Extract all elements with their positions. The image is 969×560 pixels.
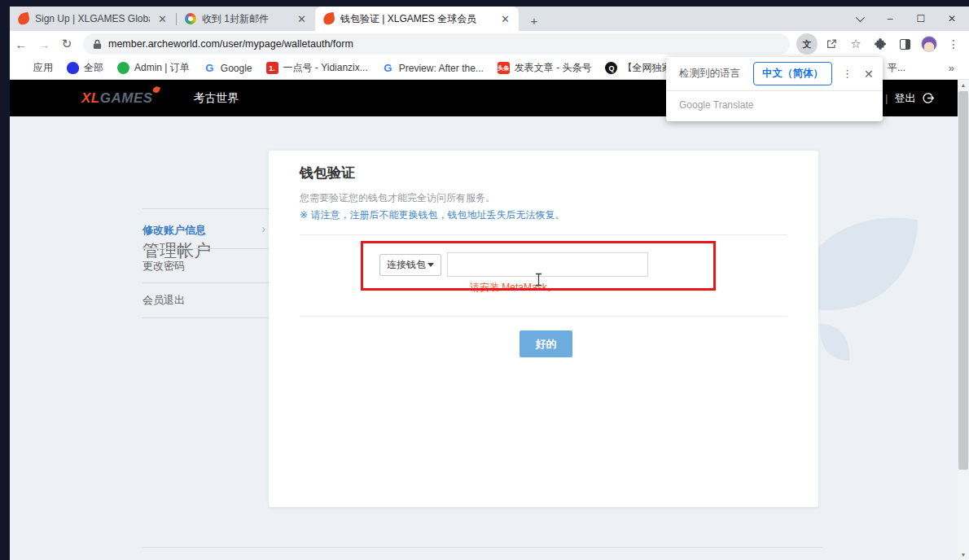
apps-grid-icon	[16, 62, 28, 74]
metamask-warning: 请安装 MetaMask。	[470, 281, 557, 295]
scroll-down-icon[interactable]: ▼	[958, 549, 969, 560]
bookmark-toutiao[interactable]: 头条发表文章 - 头条号	[498, 61, 592, 75]
tab-title: 钱包验证 | XLGAMES 全球会员	[340, 12, 493, 26]
browser-window: Sign Up | XLGAMES Global me ✕ 收到 1封新邮件 ✕…	[10, 7, 969, 560]
reload-button[interactable]: ↻	[55, 37, 78, 51]
address-bar[interactable]: member.archeworld.com/user/mypage/wallet…	[83, 33, 790, 55]
close-window-button[interactable]: ✕	[936, 7, 967, 31]
chevron-down-icon	[428, 263, 434, 267]
logo-spark-icon	[151, 85, 160, 93]
logout-link[interactable]: 登出	[894, 91, 915, 106]
share-icon[interactable]	[821, 33, 842, 55]
scroll-up-icon[interactable]: ▲	[958, 80, 969, 90]
tab-mail[interactable]: 收到 1封新邮件 ✕	[177, 7, 315, 31]
logout-icon[interactable]	[922, 92, 934, 104]
wallet-address-input[interactable]	[447, 252, 648, 277]
window-controls: – ☐ ✕	[844, 7, 967, 31]
toolbar-icons: 文 ☆ ⋮	[796, 33, 964, 55]
bookmarks-overflow-icon[interactable]: »	[949, 62, 954, 74]
translate-options-icon[interactable]: ⋮	[842, 68, 853, 80]
page-viewport: XLGAMES 考古世界 | 登出 管理帐户 修改账户信息 › 更改密码 会员退…	[10, 80, 969, 560]
back-button[interactable]: ←	[10, 37, 33, 51]
chevron-right-icon: ›	[261, 222, 265, 235]
footer-divider	[142, 547, 822, 548]
page-scrollbar[interactable]: ▲ ▼	[958, 80, 969, 560]
tab-bar: Sign Up | XLGAMES Global me ✕ 收到 1封新邮件 ✕…	[10, 7, 969, 31]
sidebar-item-change-password[interactable]: 更改密码	[142, 259, 269, 273]
page-title: 钱包验证	[300, 164, 355, 182]
google-translate-popup: 检测到的语言 中文（简体） ⋮ ✕ Google Translate	[666, 57, 883, 121]
chrome-menu-icon[interactable]: ⋮	[943, 33, 964, 55]
mail-favicon-icon	[185, 13, 196, 24]
divider	[142, 317, 269, 318]
bookmark-baidu[interactable]: 全部	[67, 61, 103, 75]
nav-archeworld[interactable]: 考古世界	[194, 91, 239, 106]
extensions-puzzle-icon[interactable]	[870, 33, 891, 55]
tab-close-icon[interactable]: ✕	[295, 13, 309, 25]
lock-icon	[93, 39, 102, 50]
sidebar-item-member-exit[interactable]: 会员退出	[142, 293, 269, 308]
tab-title: Sign Up | XLGAMES Global me	[35, 13, 150, 24]
sidebar-item-edit-account[interactable]: 修改账户信息 ›	[142, 223, 269, 238]
q-circle-icon: Q	[605, 62, 617, 74]
bookmark-partial[interactable]: 平...	[888, 61, 905, 75]
connect-wallet-select[interactable]: 连接钱包	[379, 254, 441, 276]
tab-signup[interactable]: Sign Up | XLGAMES Global me ✕	[10, 7, 176, 31]
divider	[142, 282, 269, 283]
xlgames-logo[interactable]: XLGAMES	[81, 90, 153, 107]
reading-list-icon[interactable]	[894, 33, 915, 55]
google-g-icon: G	[382, 62, 394, 74]
scrollbar-thumb[interactable]	[958, 91, 968, 470]
translate-close-icon[interactable]: ✕	[864, 68, 874, 81]
wallet-auth-card: 钱包验证 您需要验证您的钱包才能完全访问所有服务。 ※ 请注意，注册后不能更换钱…	[269, 151, 818, 507]
yidian-icon: 1.	[266, 62, 278, 74]
bookmark-google[interactable]: GGoogle	[204, 62, 252, 74]
ok-button[interactable]: 好的	[520, 330, 572, 357]
admin-icon	[117, 62, 129, 74]
translate-icon[interactable]: 文	[796, 33, 818, 55]
detected-language-tab[interactable]: 检测到的语言	[674, 67, 745, 81]
target-language-tab[interactable]: 中文（简体）	[753, 62, 832, 85]
divider	[142, 208, 269, 209]
header-divider: |	[885, 92, 888, 104]
bookmark-star-icon[interactable]: ☆	[845, 33, 866, 55]
wallet-description: 您需要验证您的钱包才能完全访问所有服务。	[300, 191, 495, 205]
baidu-paw-icon	[67, 62, 79, 74]
bookmark-admin[interactable]: Admin | 订单	[117, 61, 190, 75]
minimize-button[interactable]: –	[875, 7, 905, 31]
translate-popup-footer: Google Translate	[666, 91, 883, 111]
text-cursor-icon	[535, 273, 542, 287]
bookmark-preview[interactable]: GPreview: After the...	[382, 62, 484, 74]
tab-wallet-auth-active[interactable]: 钱包验证 | XLGAMES 全球会员 ✕	[315, 7, 519, 31]
bookmark-yidian[interactable]: 1.一点号 - Yidianzix...	[266, 61, 368, 75]
browser-toolbar: ← → ↻ member.archeworld.com/user/mypage/…	[10, 31, 969, 57]
tab-search-icon[interactable]	[844, 7, 875, 31]
new-tab-button[interactable]: +	[524, 10, 545, 31]
url-text: member.archeworld.com/user/mypage/wallet…	[108, 38, 353, 50]
xlgames-favicon-icon	[17, 12, 31, 26]
tab-close-icon[interactable]: ✕	[498, 13, 512, 25]
google-g-icon: G	[204, 62, 216, 74]
maximize-button[interactable]: ☐	[905, 7, 936, 31]
tab-title: 收到 1封新邮件	[202, 12, 289, 26]
forward-button[interactable]: →	[33, 37, 55, 51]
profile-avatar[interactable]	[919, 33, 940, 55]
wallet-note: ※ 请注意，注册后不能更换钱包，钱包地址丢失后无法恢复。	[300, 208, 564, 222]
divider	[300, 316, 787, 317]
tab-close-icon[interactable]: ✕	[156, 13, 169, 25]
translate-popup-tabs: 检测到的语言 中文（简体） ⋮ ✕	[666, 57, 883, 91]
bookmark-apps[interactable]: 应用	[16, 61, 53, 75]
divider	[300, 234, 787, 235]
divider	[142, 248, 269, 249]
toutiao-icon: 头条	[498, 62, 510, 74]
xlgames-favicon-icon	[322, 12, 336, 26]
